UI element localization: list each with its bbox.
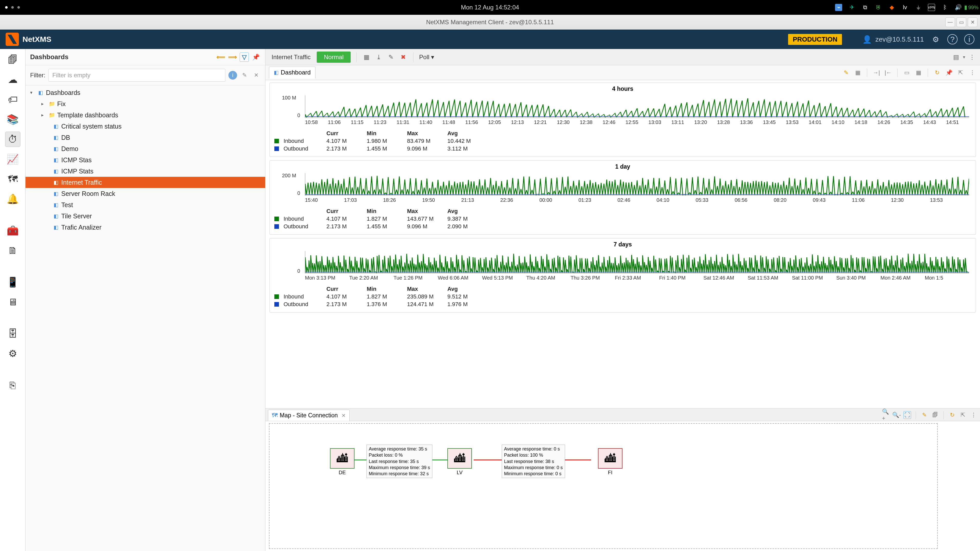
zoom-out-icon[interactable]: 🔍- — [893, 411, 900, 419]
dropbox-icon[interactable]: ⧉ — [862, 4, 869, 11]
rail-docs-icon[interactable]: 🗎 — [5, 243, 21, 258]
tb-edit-icon[interactable]: ✎ — [387, 53, 395, 62]
tree-item[interactable]: ◧Test — [25, 199, 265, 210]
st-next-icon[interactable]: →| — [872, 68, 880, 77]
tree-item[interactable]: ◧Demo — [25, 143, 265, 154]
filter-info-icon[interactable]: i — [228, 71, 237, 79]
map-refresh-icon[interactable]: ↻ — [948, 411, 956, 419]
tree-item[interactable]: ◧ICMP Stas — [25, 154, 265, 165]
st-layout-icon[interactable]: ▦ — [854, 68, 862, 77]
os-tray: ⌁ ✈ ⧉ ⛨ ◆ lv ⏚ VPN ᛒ 🔊 ▮99% — [835, 4, 975, 11]
map-canvas[interactable]: 🏙 DE 🏙 LV 🏙 FI Average response time: 35… — [269, 423, 938, 549]
rail-exit-icon[interactable]: ⎘ — [5, 378, 21, 393]
help-icon[interactable]: ? — [947, 34, 958, 44]
os-clock[interactable]: Mon 12 Aug 14:52:04 — [461, 4, 519, 11]
map-kebab-icon[interactable]: ⋮ — [970, 411, 977, 419]
window-close-button[interactable]: ✕ — [968, 17, 977, 27]
rail-phone-icon[interactable]: 📱 — [5, 275, 21, 290]
tree-item[interactable]: ◧Critical system status — [25, 121, 265, 132]
subtab-dashboard[interactable]: ◧ Dashboard — [269, 67, 315, 79]
map-copy-icon[interactable]: 🗐 — [931, 411, 939, 419]
rail-gear-icon[interactable]: ⚙ — [5, 346, 21, 361]
rail-dashboard-icon[interactable]: ⏱ — [5, 132, 21, 147]
tree-item[interactable]: ◧ICMP Stats — [25, 165, 265, 177]
dashboard-tree[interactable]: ▾◧ Dashboards ▸📁 Fix ▸📁 Template dashboa… — [25, 86, 265, 234]
filter-clear-icon[interactable]: ✎ — [240, 71, 249, 79]
tree-folder-template[interactable]: ▸📁 Template dashboards — [25, 110, 265, 121]
tb-more-icon[interactable]: ⋮ — [968, 53, 977, 62]
rail-server-icon[interactable]: 🗄 — [5, 326, 21, 341]
pin-icon[interactable]: 📌 — [251, 52, 261, 62]
os-menubar: Mon 12 Aug 14:52:04 ⌁ ✈ ⧉ ⛨ ◆ lv ⏚ VPN ᛒ… — [0, 0, 980, 15]
tree-item[interactable]: ◧Tile Server — [25, 210, 265, 222]
rail-tags-icon[interactable]: 🏷 — [5, 92, 21, 107]
rail-bell-icon[interactable]: 🔔 — [5, 191, 21, 206]
shield-icon[interactable]: ⛨ — [875, 4, 882, 11]
user-menu[interactable]: 👤 zev@10.5.5.111 — [862, 35, 924, 44]
chart-plot[interactable]: 200 M 0 15:4017:0318:2619:5021:1322:3600… — [274, 171, 971, 205]
nav-forward-icon[interactable]: ⟹ — [228, 52, 237, 62]
workspace-dot[interactable] — [11, 6, 14, 9]
map-popout-icon[interactable]: ⇱ — [959, 411, 967, 419]
rail-graph-icon[interactable]: 📈 — [5, 151, 21, 167]
poll-menu[interactable]: Poll ▾ — [419, 54, 434, 61]
rail-toolbox-icon[interactable]: 🧰 — [5, 223, 21, 238]
tb-export-icon[interactable]: ⤓ — [374, 53, 383, 62]
tb-grid-icon[interactable]: ▦ — [362, 53, 371, 62]
zoom-in-icon[interactable]: 🔍+ — [882, 411, 890, 419]
fit-icon[interactable]: ⛶ — [904, 411, 911, 419]
info-icon[interactable]: i — [964, 34, 974, 44]
keyboard-layout[interactable]: lv — [901, 4, 908, 11]
st-pin-icon[interactable]: 📌 — [945, 68, 953, 77]
workspaces-indicator[interactable] — [5, 6, 20, 9]
tree-item[interactable]: ◧DB — [25, 132, 265, 143]
rail-cloud-icon[interactable]: ☁ — [5, 72, 21, 87]
st-window-icon[interactable]: ▭ — [903, 68, 911, 77]
filter-input[interactable] — [48, 69, 225, 82]
workspace-dot[interactable] — [18, 6, 20, 9]
battery-icon[interactable]: ▮99% — [968, 4, 975, 11]
map-tab[interactable]: 🗺 Map - Site Connection ✕ — [268, 410, 350, 421]
bluetooth-icon[interactable]: ⌁ — [835, 4, 842, 11]
site-node-de[interactable]: 🏙 DE — [328, 448, 356, 475]
site-node-fi[interactable]: 🏙 FI — [596, 448, 624, 475]
tb-delete-icon[interactable]: ✖ — [399, 53, 407, 62]
wifi-icon[interactable]: ⏚ — [915, 4, 922, 11]
tree-root[interactable]: ▾◧ Dashboards — [25, 87, 265, 98]
chart-plot[interactable]: 0 Mon 3:13 PMTue 2:20 AMTue 1:26 PMWed 6… — [274, 249, 971, 283]
vpn-icon[interactable]: VPN — [928, 4, 935, 11]
st-grid-icon[interactable]: ▦ — [915, 68, 923, 77]
nav-back-icon[interactable]: ⟸ — [216, 52, 225, 62]
rail-monitor-icon[interactable]: 🖥 — [5, 294, 21, 310]
tree-item[interactable]: ◧Server Room Rack — [25, 188, 265, 199]
volume-icon[interactable]: 🔊 — [955, 4, 962, 11]
filter-icon[interactable]: ▽ — [240, 52, 249, 62]
st-refresh-icon[interactable]: ↻ — [933, 68, 941, 77]
chart-plot[interactable]: 100 M 0 10:5811:0611:1511:2311:3111:4011… — [274, 94, 971, 127]
tree-item[interactable]: ◧Trafic Analizer — [25, 222, 265, 233]
rail-copy-icon[interactable]: 🗐 — [5, 52, 21, 67]
workspace-dot[interactable] — [5, 6, 8, 9]
st-edit-icon[interactable]: ✎ — [842, 68, 850, 77]
bluetooth-status-icon[interactable]: ᛒ — [941, 4, 948, 11]
rail-map-icon[interactable]: 🗺 — [5, 171, 21, 187]
telegram-icon[interactable]: ✈ — [848, 4, 856, 11]
netxms-tray-icon[interactable]: ◆ — [888, 4, 895, 11]
tree-label: Fix — [57, 100, 65, 108]
subtab-label: Dashboard — [281, 69, 310, 76]
window-maximize-button[interactable]: ▭ — [956, 17, 966, 27]
filter-close-icon[interactable]: ✕ — [252, 71, 261, 79]
st-kebab-icon[interactable]: ⋮ — [968, 68, 977, 77]
map-edit-icon[interactable]: ✎ — [921, 411, 928, 419]
tb-calendar-icon[interactable]: ▤ — [952, 53, 960, 62]
rail-library-icon[interactable]: 📚 — [5, 112, 21, 127]
map-tab-close-icon[interactable]: ✕ — [342, 413, 346, 419]
tree-folder-fix[interactable]: ▸📁 Fix — [25, 98, 265, 110]
window-minimize-button[interactable]: — — [945, 17, 955, 27]
tree-item[interactable]: ◧Internet Traffic — [25, 177, 265, 188]
dashboard-icon: ◧ — [274, 69, 279, 76]
st-popout-icon[interactable]: ⇱ — [956, 68, 965, 77]
st-prev-icon[interactable]: |← — [884, 68, 892, 77]
settings-sliders-icon[interactable]: ⚙ — [931, 34, 941, 44]
site-node-lv[interactable]: 🏙 LV — [445, 448, 474, 475]
